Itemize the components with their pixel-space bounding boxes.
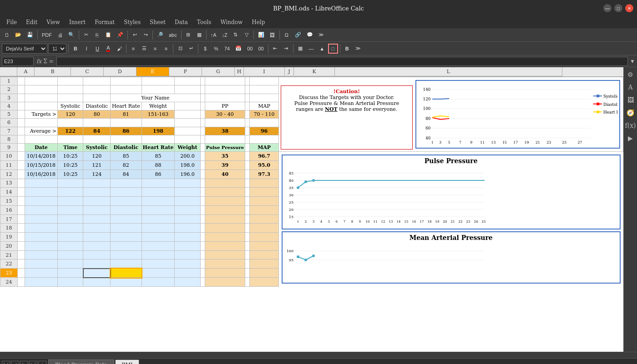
cell-D2[interactable] (83, 85, 111, 94)
cell-H12[interactable] (200, 170, 205, 179)
cell-D12-sys[interactable]: 124 (83, 170, 111, 179)
formula-expand-button[interactable]: ▼ (630, 58, 635, 65)
percent-button[interactable]: % (211, 44, 221, 54)
cell-G1[interactable] (175, 77, 200, 85)
cell-K7-map-avg[interactable]: 96 (250, 127, 279, 135)
cell-A23[interactable] (18, 269, 25, 278)
insert-table-button[interactable]: ⊞ (183, 30, 193, 40)
bold-button[interactable]: B (71, 44, 81, 54)
cell-L1[interactable]: !Caution! Discuss the Targets with your … (278, 77, 623, 152)
cell-K2[interactable] (250, 85, 279, 94)
cell-H1[interactable] (200, 77, 205, 85)
navigator-icon[interactable]: 🧭 (625, 107, 636, 118)
cell-A5[interactable] (18, 110, 25, 119)
cell-K8[interactable] (250, 135, 279, 143)
bg-color-button[interactable]: ▲ (317, 44, 327, 54)
sort-button[interactable]: ⇅ (231, 30, 241, 40)
merge-button[interactable]: ⊡ (175, 44, 185, 54)
sort-asc-button[interactable]: ↑A (208, 30, 219, 40)
find-button[interactable]: 🔎 (155, 30, 166, 40)
styles-icon[interactable]: A (625, 82, 636, 93)
underline-button[interactable]: U (92, 44, 102, 54)
currency-button[interactable]: $ (200, 44, 210, 54)
cell-B12-date[interactable]: 10/16/2018 (25, 170, 57, 179)
redo-button[interactable]: ↪ (141, 30, 151, 40)
open-button[interactable]: 📂 (13, 30, 24, 40)
filter-button[interactable]: ▽ (242, 30, 252, 40)
cell-B23[interactable] (25, 269, 57, 278)
cell-C11-time[interactable]: 10:25 (58, 161, 83, 170)
cell-C7-sys-avg[interactable]: 122 (58, 127, 83, 135)
number-format-button[interactable]: 74 (222, 44, 232, 54)
cell-E3[interactable]: Your Name (111, 94, 201, 102)
cell-A3[interactable] (18, 94, 25, 102)
formula-input[interactable] (56, 57, 628, 66)
cell-K6[interactable] (250, 119, 279, 127)
cell-C5-sys-target[interactable]: 120 (58, 110, 83, 119)
properties-icon[interactable]: ⚙ (625, 69, 636, 80)
cell-A4[interactable] (18, 102, 25, 110)
close-button[interactable]: ✕ (625, 4, 633, 12)
col-header-C[interactable]: C (71, 67, 104, 76)
cell-F6[interactable] (142, 119, 175, 127)
menu-item-format[interactable]: Format (90, 18, 119, 26)
italic-button[interactable]: I (81, 44, 91, 54)
cell-H9[interactable] (200, 144, 205, 152)
cell-I23[interactable] (205, 269, 245, 278)
cell-G4[interactable] (175, 102, 200, 110)
cell-E2[interactable] (111, 85, 142, 94)
cell-J2[interactable] (245, 85, 250, 94)
grid-wrapper[interactable]: A B C D E F G H I J K L (0, 67, 623, 352)
cell-K1[interactable] (250, 77, 279, 85)
justify-button[interactable]: ≡ (161, 44, 171, 54)
maximize-button[interactable]: □ (614, 4, 622, 12)
save-button[interactable]: 💾 (25, 30, 35, 40)
col-header-G[interactable]: G (202, 67, 235, 76)
col-header-H[interactable]: H (235, 67, 244, 76)
cell-G8[interactable] (175, 135, 200, 143)
print-button[interactable]: 🖨 (55, 30, 65, 40)
col-header-F[interactable]: F (169, 67, 202, 76)
cell-A6[interactable] (18, 119, 25, 127)
cell-G23[interactable] (175, 269, 200, 278)
cell-I11-pp[interactable]: 39 (205, 161, 245, 170)
menu-item-view[interactable]: View (42, 18, 65, 26)
cell-F10-hr[interactable]: 85 (142, 152, 175, 161)
cell-C10-time[interactable]: 10:25 (58, 152, 83, 161)
cell-D3[interactable] (83, 94, 111, 102)
cell-I9-pp-hdr[interactable]: Pulse Pressure (205, 144, 245, 152)
border-color-button[interactable]: — (306, 44, 316, 54)
cell-L10[interactable]: Pulse Pressure 45 40 35 30 25 20 15 (278, 152, 623, 287)
cell-H8[interactable] (200, 135, 205, 143)
cell-A1[interactable] (18, 77, 25, 85)
cell-E5-hr-target[interactable]: 81 (111, 110, 142, 119)
inc-dec-button[interactable]: 00 (256, 44, 266, 54)
col-header-B[interactable]: B (35, 67, 71, 76)
cell-I8[interactable] (205, 135, 245, 143)
cell-B6[interactable] (25, 119, 57, 127)
cell-I1[interactable] (205, 77, 245, 85)
menu-item-edit[interactable]: Edit (21, 18, 42, 26)
cell-G5[interactable] (175, 110, 200, 119)
last-sheet-button[interactable]: ▶| (29, 361, 37, 364)
sort-desc-button[interactable]: ↓Z (220, 30, 230, 40)
cell-E4-heartrate[interactable]: Heart Rate (111, 102, 142, 110)
cell-K9-map-hdr[interactable]: MAP (250, 144, 279, 152)
cell-K3[interactable] (250, 94, 279, 102)
col-header-D[interactable]: D (104, 67, 136, 76)
cell-B9-date-hdr[interactable]: Date (25, 144, 57, 152)
cell-A2[interactable] (18, 85, 25, 94)
minimize-button[interactable]: — (603, 4, 612, 12)
cell-E6[interactable] (111, 119, 142, 127)
cell-C12-time[interactable]: 10:25 (58, 170, 83, 179)
special-char-button[interactable]: Ω (282, 30, 292, 40)
borders-button[interactable]: ▦ (194, 30, 204, 40)
cell-K23[interactable] (250, 269, 279, 278)
cell-D4-diastolic[interactable]: Diastolic (83, 102, 111, 110)
cell-K4-map[interactable]: MAP (250, 102, 279, 110)
cell-E12-dia[interactable]: 84 (111, 170, 142, 179)
col-header-L[interactable]: L (335, 67, 562, 76)
col-header-I[interactable]: I (244, 67, 285, 76)
font-color-button[interactable]: A (103, 44, 113, 54)
cell-H7[interactable] (200, 127, 205, 135)
